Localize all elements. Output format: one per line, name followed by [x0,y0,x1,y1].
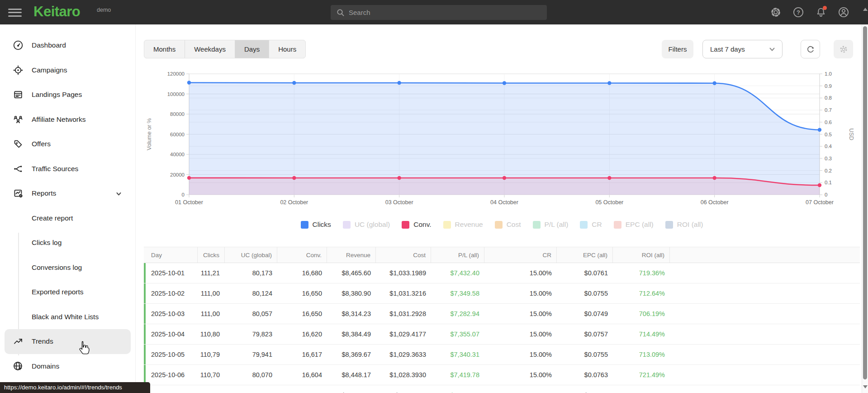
sidebar-item-clicks-log[interactable]: Clicks log [5,230,131,255]
tab-days[interactable]: Days [235,40,269,58]
sidebar-item-conversions-log[interactable]: Conversions log [5,255,131,280]
cell-conv-: 16,620 [277,331,327,338]
legend-swatch [533,221,541,229]
y-right-tick-label: 0.1 [825,180,832,185]
date-range-select[interactable]: Last 7 days [702,40,783,58]
cell-cr: 15.00% [484,371,557,379]
sidebar-item-reports[interactable]: Reports [5,181,131,206]
trends-icon [13,336,24,347]
sidebar-item-domains[interactable]: Domains [5,354,131,379]
legend-item-roi-all-[interactable]: ROI (all) [665,220,703,229]
legend-item-cost[interactable]: Cost [495,220,521,229]
filters-button[interactable]: Filters [662,40,693,58]
svg-text:?: ? [797,9,800,16]
x-tick-label: 06 October [701,199,729,206]
sidebar-item-black-and-white-lists[interactable]: Black and White Lists [5,305,131,330]
column-header-conv-[interactable]: Conv. [277,247,327,263]
tab-weekdays[interactable]: Weekdays [185,40,235,58]
legend-item-cr[interactable]: CR [580,220,602,229]
y-right-tick-label: 0.9 [825,83,832,89]
sidebar-item-dashboard[interactable]: Dashboard [5,33,131,58]
trends-chart[interactable]: 02000040000600008000010000012000000.10.2… [144,59,860,215]
menu-toggle-icon[interactable] [8,6,22,18]
legend-item-p-l-all-[interactable]: P/L (all) [533,220,569,229]
legend-item-conv-[interactable]: Conv. [402,220,431,229]
cell-uc-global-: 79,941 [225,351,277,358]
column-header-filler [670,247,860,263]
series-area-conv [189,178,820,195]
sidebar-item-campaigns[interactable]: Campaigns [5,58,131,83]
cell-revenue: $8,448.17 [327,371,376,379]
data-point [292,81,296,85]
column-header-p-l-all-[interactable]: P/L (all) [431,247,484,263]
cell-p-l-all-: $7,355.07 [431,331,484,338]
sidebar-item-affiliate-networks[interactable]: Affiliate Networks [5,107,131,132]
data-point [712,81,716,85]
y-right-tick-label: 1.0 [825,71,832,77]
sidebar-item-traffic-sources[interactable]: Traffic Sources [5,157,131,182]
column-header-revenue[interactable]: Revenue [327,247,376,263]
column-header-roi-all-[interactable]: ROI (all) [613,247,670,263]
cell-uc-global-: 80,124 [225,290,277,297]
y-right-tick-label: 0.3 [825,156,832,161]
cell-day: 2025-10-01 [144,269,198,277]
data-point [503,81,506,85]
x-tick-label: 02 October [280,199,308,206]
legend-swatch [343,221,351,229]
page-scrollbar[interactable] [862,0,868,393]
cell-cr: 15.00% [484,351,557,358]
data-point [397,81,401,85]
column-header-clicks[interactable]: Clicks [198,247,225,263]
chart-settings-button[interactable] [834,40,853,58]
data-point [818,183,821,187]
sidebar-item-label: Domains [32,362,59,370]
tab-months[interactable]: Months [144,40,185,58]
table-row: 2025-10-05110,7979,94116,617$8,369.67$1,… [144,345,860,365]
account-icon[interactable] [837,6,850,19]
column-header-uc-global-[interactable]: UC (global) [225,247,277,263]
cell-roi-all-: 713.09% [613,351,670,358]
sidebar-item-create-report[interactable]: Create report [5,206,131,231]
sidebar-item-trends[interactable]: Trends [5,329,131,354]
column-header-epc-all-[interactable]: EPC (all) [557,247,613,263]
top-bar: Keitaro demo ? [0,0,868,24]
refresh-button[interactable] [801,40,820,58]
legend-swatch [402,221,409,229]
cell-revenue: $8,314.23 [327,310,376,317]
scroll-down-arrow-icon[interactable] [863,385,868,388]
cell-day: 2025-10-03 [144,310,198,317]
legend-item-uc-global-[interactable]: UC (global) [343,220,390,229]
scroll-up-arrow-icon[interactable] [863,8,868,11]
scrollbar-thumb[interactable] [863,26,867,379]
sidebar-item-offers[interactable]: Offers [5,132,131,157]
cell-epc-all-: $0.0749 [557,310,613,317]
y-right-axis-title: USD [848,128,854,140]
y-right-tick-label: 0 [825,192,827,197]
legend-item-clicks[interactable]: Clicks [301,220,331,229]
global-search [331,5,547,20]
legend-item-revenue[interactable]: Revenue [443,220,483,229]
help-icon[interactable]: ? [792,6,805,19]
cell-uc-global-: 80,070 [225,371,277,379]
sidebar-item-label: Exported reports [32,288,84,296]
cell-epc-all-: $0.0755 [557,290,613,297]
column-header-cost[interactable]: Cost [376,247,431,263]
sidebar-item-exported-reports[interactable]: Exported reports [5,280,131,305]
notifications-bell-icon[interactable] [815,6,827,19]
cell-roi-all-: 719.36% [613,269,670,277]
refresh-icon [806,44,816,54]
cell-revenue: $8,380.90 [327,290,376,297]
legend-swatch [614,221,621,229]
settings-gear-icon[interactable] [769,6,782,19]
sidebar-item-label: Conversions log [32,264,82,272]
column-header-day[interactable]: Day [144,247,198,263]
y-left-tick-label: 80000 [170,111,185,117]
column-header-cr[interactable]: CR [484,247,557,263]
tab-hours[interactable]: Hours [269,40,305,58]
sidebar-nav: DashboardCampaignsLandings PagesAffiliat… [0,24,136,393]
legend-item-epc-all-[interactable]: EPC (all) [614,220,654,229]
cell-revenue: $8,465.60 [327,269,376,277]
sidebar-item-landings-pages[interactable]: Landings Pages [5,82,131,107]
search-input[interactable] [349,9,547,16]
landing-pages-icon [13,89,24,100]
